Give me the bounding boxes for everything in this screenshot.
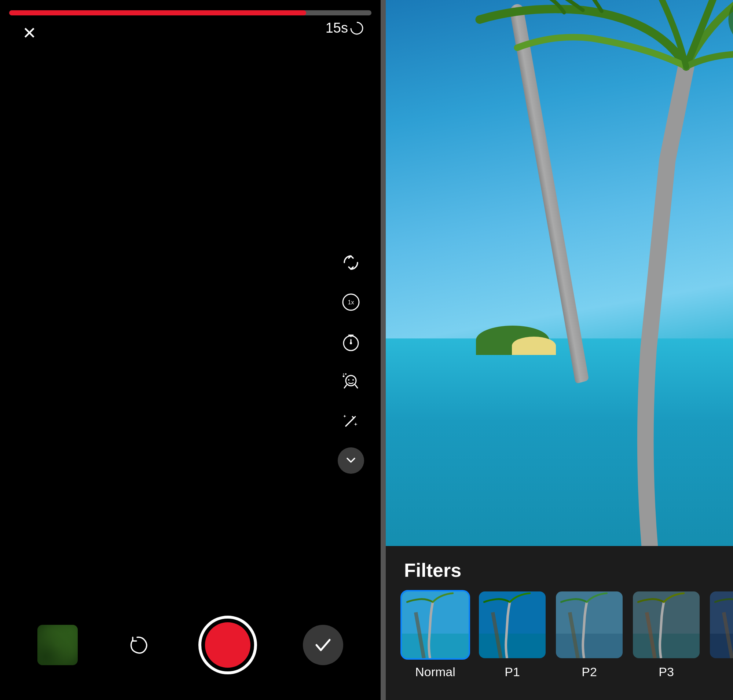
svg-rect-20 — [479, 591, 546, 658]
timer-value: 15s — [325, 20, 348, 36]
effects-button[interactable] — [338, 408, 364, 434]
svg-point-6 — [348, 379, 349, 381]
filter-thumb-p2 — [555, 590, 624, 660]
filter-item-p2[interactable]: P2 — [555, 590, 624, 679]
photo-background — [386, 0, 733, 546]
svg-rect-29 — [710, 591, 733, 658]
water-layer — [386, 338, 733, 546]
filter-item-normal[interactable]: Normal — [400, 590, 470, 679]
thumbnail-preview — [37, 625, 78, 665]
filter-label-normal: Normal — [415, 665, 455, 679]
panel-divider — [381, 0, 386, 700]
progress-bar-fill — [9, 10, 306, 15]
progress-bar — [9, 10, 371, 15]
countdown-timer-button[interactable] — [338, 329, 364, 355]
filter-thumb-normal — [400, 590, 470, 660]
close-button[interactable]: ✕ — [16, 20, 42, 46]
flip-camera-button[interactable] — [338, 249, 364, 276]
svg-text:1x: 1x — [348, 299, 354, 306]
svg-rect-17 — [402, 634, 469, 658]
filter-thumb-p1 — [477, 590, 547, 660]
svg-point-10 — [343, 374, 344, 375]
filters-panel: Filters DONE Normal — [386, 546, 733, 700]
filters-row: Normal P1 — [386, 590, 733, 679]
speed-button[interactable]: 1x — [338, 289, 364, 315]
beauty-filter-button[interactable] — [338, 368, 364, 394]
svg-point-7 — [352, 379, 354, 381]
camera-controls: 1x — [338, 249, 364, 474]
svg-rect-26 — [633, 591, 700, 658]
filter-thumb-p3 — [631, 590, 701, 660]
more-options-button[interactable] — [338, 447, 364, 474]
svg-point-0 — [351, 22, 363, 34]
bottom-controls — [0, 616, 381, 674]
filter-label-p1: P1 — [505, 665, 520, 679]
last-clip-thumbnail[interactable] — [37, 625, 78, 665]
timer-circle-icon — [349, 21, 364, 35]
svg-point-8 — [343, 375, 345, 377]
filter-item-p4[interactable]: P4 — [708, 590, 733, 679]
filter-label-p2: P2 — [581, 665, 597, 679]
confirm-button[interactable] — [303, 625, 343, 665]
record-button[interactable] — [199, 616, 257, 674]
filter-item-p1[interactable]: P1 — [477, 590, 547, 679]
filters-title: Filters — [404, 559, 461, 581]
filters-header: Filters DONE — [386, 546, 733, 590]
preview-panel: Filters DONE Normal — [386, 0, 733, 700]
filter-thumb-p4 — [708, 590, 733, 660]
record-button-inner — [205, 622, 250, 668]
svg-rect-23 — [556, 591, 623, 658]
filter-item-p3[interactable]: P3 — [631, 590, 701, 679]
filter-label-p3: P3 — [659, 665, 674, 679]
camera-panel: ✕ 15s 1x — [0, 0, 381, 700]
beach-layer — [512, 337, 556, 355]
svg-point-9 — [345, 373, 346, 375]
timer-label: 15s — [325, 20, 364, 36]
svg-point-5 — [346, 375, 356, 386]
undo-button[interactable] — [124, 630, 153, 660]
photo-preview — [386, 0, 733, 546]
svg-point-4 — [350, 342, 352, 344]
